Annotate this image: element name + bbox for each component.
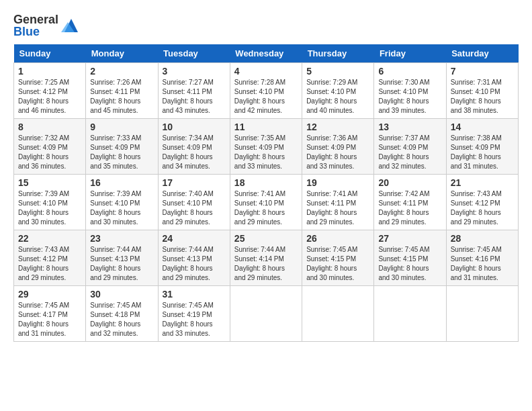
- day-number: 20: [378, 177, 441, 188]
- day-info: Sunrise: 7:38 AMSunset: 4:09 PMDaylight:…: [451, 134, 514, 171]
- calendar-cell: 6Sunrise: 7:30 AMSunset: 4:10 PMDaylight…: [374, 63, 446, 119]
- calendar-cell: 1Sunrise: 7:25 AMSunset: 4:12 PMDaylight…: [14, 63, 86, 119]
- day-number: 9: [90, 122, 153, 132]
- day-number: 11: [234, 122, 298, 132]
- header-sunday: Sunday: [14, 44, 86, 63]
- day-number: 26: [306, 233, 369, 244]
- calendar-cell: 3Sunrise: 7:27 AMSunset: 4:11 PMDaylight…: [158, 63, 230, 119]
- day-number: 21: [451, 177, 514, 188]
- calendar-cell: 20Sunrise: 7:42 AMSunset: 4:11 PMDayligh…: [374, 175, 446, 230]
- calendar-cell: 28Sunrise: 7:45 AMSunset: 4:16 PMDayligh…: [446, 230, 518, 286]
- day-info: Sunrise: 7:45 AMSunset: 4:15 PMDaylight:…: [378, 245, 441, 283]
- logo-blue: Blue: [13, 26, 58, 38]
- day-info: Sunrise: 7:40 AMSunset: 4:10 PMDaylight:…: [163, 189, 226, 227]
- calendar-cell: 5Sunrise: 7:29 AMSunset: 4:10 PMDaylight…: [302, 63, 374, 119]
- calendar-cell: 13Sunrise: 7:37 AMSunset: 4:09 PMDayligh…: [374, 119, 446, 175]
- day-info: Sunrise: 7:33 AMSunset: 4:09 PMDaylight:…: [90, 134, 153, 171]
- day-info: Sunrise: 7:31 AMSunset: 4:10 PMDaylight:…: [451, 78, 514, 116]
- day-info: Sunrise: 7:39 AMSunset: 4:10 PMDaylight:…: [18, 189, 81, 227]
- day-info: Sunrise: 7:36 AMSunset: 4:09 PMDaylight:…: [306, 134, 369, 171]
- day-number: 13: [378, 122, 441, 132]
- day-number: 19: [306, 177, 369, 188]
- calendar-cell: 2Sunrise: 7:26 AMSunset: 4:11 PMDaylight…: [86, 63, 158, 119]
- calendar-table: SundayMondayTuesdayWednesdayThursdayFrid…: [13, 44, 519, 342]
- week-row-4: 22Sunrise: 7:43 AMSunset: 4:12 PMDayligh…: [14, 230, 519, 286]
- day-info: Sunrise: 7:32 AMSunset: 4:09 PMDaylight:…: [18, 134, 81, 171]
- day-number: 6: [378, 66, 441, 77]
- day-number: 25: [234, 233, 298, 244]
- day-number: 22: [18, 233, 81, 244]
- header-monday: Monday: [86, 44, 158, 63]
- calendar-cell: 18Sunrise: 7:41 AMSunset: 4:10 PMDayligh…: [230, 175, 302, 230]
- day-number: 23: [90, 233, 153, 244]
- calendar-cell: 29Sunrise: 7:45 AMSunset: 4:17 PMDayligh…: [14, 286, 86, 342]
- day-info: Sunrise: 7:41 AMSunset: 4:10 PMDaylight:…: [234, 189, 298, 227]
- day-info: Sunrise: 7:35 AMSunset: 4:09 PMDaylight:…: [234, 134, 298, 171]
- day-number: 17: [163, 177, 226, 188]
- day-number: 15: [18, 177, 81, 188]
- calendar-cell: 26Sunrise: 7:45 AMSunset: 4:15 PMDayligh…: [302, 230, 374, 286]
- logo: General Blue: [13, 13, 81, 38]
- day-number: 2: [90, 66, 153, 77]
- calendar-cell: [446, 286, 518, 342]
- day-info: Sunrise: 7:43 AMSunset: 4:12 PMDaylight:…: [18, 245, 81, 283]
- day-info: Sunrise: 7:43 AMSunset: 4:12 PMDaylight:…: [451, 189, 514, 227]
- day-info: Sunrise: 7:28 AMSunset: 4:10 PMDaylight:…: [234, 78, 298, 116]
- calendar-cell: 27Sunrise: 7:45 AMSunset: 4:15 PMDayligh…: [374, 230, 446, 286]
- week-row-1: 1Sunrise: 7:25 AMSunset: 4:12 PMDaylight…: [14, 63, 519, 119]
- day-info: Sunrise: 7:30 AMSunset: 4:10 PMDaylight:…: [378, 78, 441, 116]
- calendar-cell: 4Sunrise: 7:28 AMSunset: 4:10 PMDaylight…: [230, 63, 302, 119]
- header-row: SundayMondayTuesdayWednesdayThursdayFrid…: [14, 44, 519, 63]
- day-info: Sunrise: 7:45 AMSunset: 4:15 PMDaylight:…: [306, 245, 369, 283]
- calendar-cell: 7Sunrise: 7:31 AMSunset: 4:10 PMDaylight…: [446, 63, 518, 119]
- day-info: Sunrise: 7:26 AMSunset: 4:11 PMDaylight:…: [90, 78, 153, 116]
- header-saturday: Saturday: [446, 44, 518, 63]
- day-info: Sunrise: 7:45 AMSunset: 4:16 PMDaylight:…: [451, 245, 514, 283]
- day-info: Sunrise: 7:27 AMSunset: 4:11 PMDaylight:…: [163, 78, 226, 116]
- week-row-3: 15Sunrise: 7:39 AMSunset: 4:10 PMDayligh…: [14, 175, 519, 230]
- calendar-cell: 19Sunrise: 7:41 AMSunset: 4:11 PMDayligh…: [302, 175, 374, 230]
- logo-general: General: [13, 13, 58, 26]
- day-number: 3: [163, 66, 226, 77]
- calendar-cell: 15Sunrise: 7:39 AMSunset: 4:10 PMDayligh…: [14, 175, 86, 230]
- day-number: 28: [451, 233, 514, 244]
- day-number: 31: [163, 289, 226, 300]
- day-number: 5: [306, 66, 369, 77]
- day-info: Sunrise: 7:44 AMSunset: 4:13 PMDaylight:…: [163, 245, 226, 283]
- calendar-cell: 10Sunrise: 7:34 AMSunset: 4:09 PMDayligh…: [158, 119, 230, 175]
- calendar-cell: 8Sunrise: 7:32 AMSunset: 4:09 PMDaylight…: [14, 119, 86, 175]
- calendar-cell: 16Sunrise: 7:39 AMSunset: 4:10 PMDayligh…: [86, 175, 158, 230]
- day-info: Sunrise: 7:42 AMSunset: 4:11 PMDaylight:…: [378, 189, 441, 227]
- calendar-cell: 31Sunrise: 7:45 AMSunset: 4:19 PMDayligh…: [158, 286, 230, 342]
- calendar-cell: 11Sunrise: 7:35 AMSunset: 4:09 PMDayligh…: [230, 119, 302, 175]
- calendar-cell: 30Sunrise: 7:45 AMSunset: 4:18 PMDayligh…: [86, 286, 158, 342]
- day-number: 14: [451, 122, 514, 132]
- day-info: Sunrise: 7:45 AMSunset: 4:18 PMDaylight:…: [90, 301, 153, 338]
- day-number: 30: [90, 289, 153, 300]
- header-wednesday: Wednesday: [230, 44, 302, 63]
- calendar-cell: 21Sunrise: 7:43 AMSunset: 4:12 PMDayligh…: [446, 175, 518, 230]
- day-number: 16: [90, 177, 153, 188]
- page-header: General Blue: [13, 13, 519, 38]
- day-info: Sunrise: 7:37 AMSunset: 4:09 PMDaylight:…: [378, 134, 441, 171]
- logo-icon: [61, 15, 81, 36]
- header-tuesday: Tuesday: [158, 44, 230, 63]
- calendar-cell: 17Sunrise: 7:40 AMSunset: 4:10 PMDayligh…: [158, 175, 230, 230]
- header-thursday: Thursday: [302, 44, 374, 63]
- calendar-cell: 24Sunrise: 7:44 AMSunset: 4:13 PMDayligh…: [158, 230, 230, 286]
- calendar-cell: 23Sunrise: 7:44 AMSunset: 4:13 PMDayligh…: [86, 230, 158, 286]
- day-number: 24: [163, 233, 226, 244]
- header-friday: Friday: [374, 44, 446, 63]
- calendar-cell: 22Sunrise: 7:43 AMSunset: 4:12 PMDayligh…: [14, 230, 86, 286]
- day-info: Sunrise: 7:44 AMSunset: 4:13 PMDaylight:…: [90, 245, 153, 283]
- day-number: 27: [378, 233, 441, 244]
- week-row-5: 29Sunrise: 7:45 AMSunset: 4:17 PMDayligh…: [14, 286, 519, 342]
- day-number: 12: [306, 122, 369, 132]
- day-number: 1: [18, 66, 81, 77]
- calendar-cell: 9Sunrise: 7:33 AMSunset: 4:09 PMDaylight…: [86, 119, 158, 175]
- day-info: Sunrise: 7:44 AMSunset: 4:14 PMDaylight:…: [234, 245, 298, 283]
- calendar-cell: 14Sunrise: 7:38 AMSunset: 4:09 PMDayligh…: [446, 119, 518, 175]
- day-info: Sunrise: 7:39 AMSunset: 4:10 PMDaylight:…: [90, 189, 153, 227]
- day-info: Sunrise: 7:45 AMSunset: 4:17 PMDaylight:…: [18, 301, 81, 338]
- day-info: Sunrise: 7:34 AMSunset: 4:09 PMDaylight:…: [163, 134, 226, 171]
